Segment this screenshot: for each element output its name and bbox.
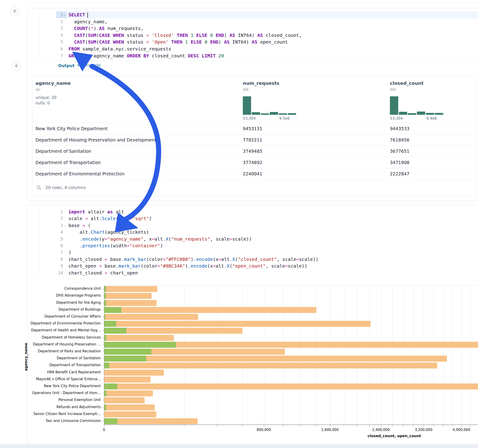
bar-open-count [104,384,117,389]
table-cell: 3774892 [243,160,262,165]
add-cell-button-middle[interactable]: + [12,62,21,70]
code-line[interactable]: 2scale = alt.Scale(type="sqrt") [27,215,478,222]
histogram-bar [417,112,425,115]
column-stat-nulls: nulls: 0 [36,101,50,105]
bar-open-count [104,418,117,424]
plus-icon: + [14,62,19,69]
y-axis-tick [102,372,104,373]
histogram-bar [399,112,407,115]
code-line[interactable]: 7) [27,249,478,256]
line-number: 6 [29,45,63,52]
code-text: ) [69,249,71,256]
result-table-card: agency_name str unique: 20 nulls: 0 num_… [32,76,476,197]
y-axis-tick [102,344,104,345]
code-line[interactable]: 5 CAST(SUM(CASE WHEN status = 'Open' THE… [27,38,478,45]
bar-open-count [104,342,176,348]
sql-editor[interactable]: 1⌄SELECT2 agency_name,3 COUNT(*) AS num_… [27,11,478,60]
x-axis-tick [461,425,462,427]
code-text: SELECT [69,11,88,18]
y-axis-label: Department of Health and Mental Hyg… [25,328,101,332]
y-axis-label: Personal Exemption Unit [25,398,101,402]
line-number: 4 [29,229,63,236]
fold-chevron-icon[interactable]: ⌄ [64,221,66,228]
y-axis-label: Refunds and Adjustments [25,405,101,409]
table-row[interactable]: Department of Sanitation37494853677651 [32,145,476,157]
code-text: .properties(width="container") [69,242,163,249]
histogram-bar [270,112,278,115]
y-axis-label: Taxi and Limousine Commission [25,419,101,423]
output-variable-pill[interactable]: agency_tickets [75,62,101,69]
bar-open-count [104,300,106,306]
y-axis-label: New York City Police Department [25,384,101,388]
y-axis-label: Department of Environmental Protection [25,321,101,325]
code-text: alt.Chart(agency_tickets) [69,229,149,236]
table-row[interactable]: New York City Police Department945313194… [32,123,476,134]
plus-icon: + [12,7,17,14]
y-axis-tick [102,289,104,289]
code-line[interactable]: 1⌄SELECT [27,11,478,18]
code-line[interactable]: 4 alt.Chart(agency_tickets) [27,229,478,236]
code-line[interactable]: 2 agency_name, [27,18,478,25]
gridline [470,286,471,425]
y-axis-tick [102,414,104,414]
code-text: base = ( [69,222,91,229]
column-type: i64 [243,87,249,92]
bar-open-count [104,335,106,341]
code-text: .encode(y="agency_name", x=alt.X("num_re… [69,236,252,243]
bar-closed-count [104,321,371,327]
table-cell: New York City Police Department [36,126,107,131]
table-cell: 3749485 [243,149,262,154]
histogram-closed-count[interactable]: 53,3049.4e6 [390,96,444,115]
code-line[interactable]: 5 .encode(y="agency_name", x=alt.X("num_… [27,236,478,243]
code-text: agency_name, [69,18,107,25]
gridline [414,286,414,425]
gridline [434,286,434,425]
bar-open-count [104,286,106,292]
code-text: chart_closed = base.mark_bar(color="#FFC… [69,256,318,263]
code-line[interactable]: 4 CAST(SUM(CASE WHEN status = 'Closed' T… [27,32,478,39]
gridline [184,286,184,425]
code-line[interactable]: 6 .properties(width="container") [27,242,478,249]
table-row[interactable]: Department of Environmental Protection22… [32,168,476,180]
code-line[interactable]: 10chart_closed + chart_open [27,269,478,276]
code-line[interactable]: 7GROUP BY agency_name ORDER BY closed_co… [27,52,478,59]
code-line[interactable]: 6FROM sample_data.nyc.service_requests [27,45,478,52]
y-axis-tick [102,317,104,317]
previous-cell-bottom-edge [27,0,478,3]
column-header-num-requests[interactable]: num_requests [243,81,279,86]
add-cell-button-top[interactable]: + [10,7,19,16]
code-line[interactable]: 3⌄base = ( [27,222,478,229]
gridline [443,286,443,425]
x-axis-tick [283,425,283,427]
y-axis-tick [102,296,104,296]
code-line[interactable]: 3 COUNT(*) AS num_requests, [27,25,478,32]
y-axis-label: Senior Citizen Rent Increase Exempti… [25,412,101,416]
code-line[interactable]: 9chart_open = base.mark_bar(color="#8BC3… [27,262,478,269]
line-number: 10 [29,269,63,276]
x-axis-tick [470,425,470,427]
line-number: 1 [29,208,63,215]
table-footer: 20 rows, 4 columns [32,179,476,197]
column-header-agency-name[interactable]: agency_name [36,81,71,86]
code-text: chart_closed + chart_open [69,269,138,276]
column-header-closed-count[interactable]: closed_count [390,81,424,86]
histogram-bar [435,113,443,115]
fold-chevron-icon[interactable]: ⌄ [64,11,66,18]
x-axis-tick [453,425,453,427]
python-editor[interactable]: 1import altair as alt2scale = alt.Scale(… [27,208,478,277]
y-axis-tick [102,393,104,393]
y-axis-tick [102,365,104,366]
gridline [243,286,243,425]
search-icon[interactable] [36,185,42,190]
code-text: COUNT(*) AS num_requests, [69,25,143,32]
table-row[interactable]: Department of Housing Preservation and D… [32,134,476,146]
y-axis-tick [102,338,104,338]
table-cell: 2240041 [243,171,262,176]
gridline [330,286,330,425]
table-row[interactable]: Department of Transportation377489234719… [32,157,476,168]
code-line[interactable]: 8chart_closed = base.mark_bar(color="#FF… [27,256,478,263]
bar-closed-count [104,286,157,292]
code-line[interactable]: 1import altair as alt [27,208,478,215]
histogram-num-requests[interactable]: 53,3049.5e6 [243,96,297,115]
y-axis-label: DHS Advantage Programs [25,293,101,298]
